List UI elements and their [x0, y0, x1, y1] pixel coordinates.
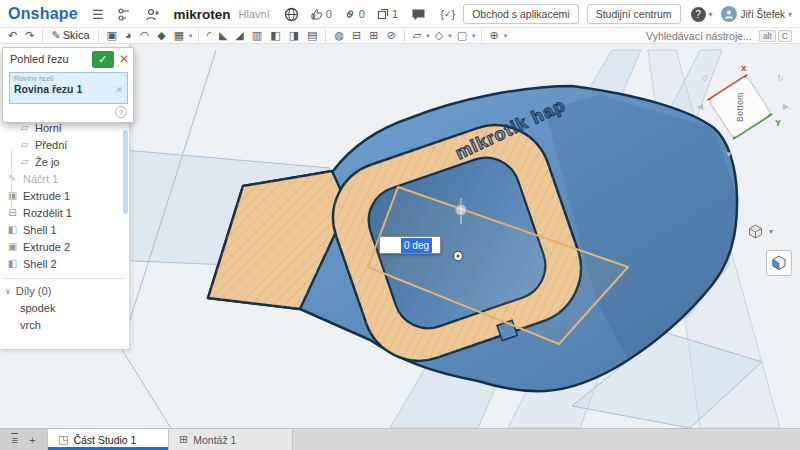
featurescript-icon[interactable]: {✓} [440, 8, 455, 20]
draft-icon[interactable]: ◢ [231, 30, 247, 41]
tree-item-extrude2[interactable]: ▣ Extrude 2 [0, 238, 129, 255]
extrude-icon: ▣ [6, 190, 19, 201]
thumbs-up-icon [311, 8, 323, 20]
dialog-help-icon[interactable]: ? [115, 106, 127, 118]
boolean-icon[interactable]: ◍ [330, 30, 348, 41]
plane-icon: ▱ [18, 122, 31, 133]
copies-stat[interactable]: 1 [377, 8, 398, 20]
help-button[interactable]: ? [691, 7, 706, 22]
curve-icon[interactable]: ◇ [431, 30, 447, 41]
chevron-down-icon[interactable]: ▾ [503, 32, 509, 40]
delete-icon[interactable]: ⊘ [383, 30, 400, 41]
insert-icon[interactable]: ⊕ [486, 30, 503, 41]
tree-item-split1[interactable]: ⊟ Rozdělit 1 [0, 204, 129, 221]
learning-center-button[interactable]: Studijní centrum [587, 4, 681, 24]
tree-item-sketch1[interactable]: ✎ Náčrt 1 [0, 170, 129, 187]
sheet-metal-icon[interactable]: ▢ [453, 30, 471, 41]
sweep-icon[interactable]: ◠ [136, 30, 154, 41]
sketch-icon: ✎ [6, 173, 19, 184]
shell-icon[interactable]: ◧ [266, 30, 284, 41]
add-tab-button[interactable]: + [29, 434, 35, 446]
part-item-vrch[interactable]: vrch [0, 316, 129, 333]
tree-item-plane-custom[interactable]: ▱ Že jo [0, 153, 129, 170]
search-tools[interactable]: Vyhledávací nástroje... alt C [646, 30, 792, 42]
tab-part-studio[interactable]: ◳ Část Studio 1 [47, 429, 169, 450]
tab-manager-icon[interactable]: ≡ [11, 433, 17, 446]
link-icon [344, 8, 356, 20]
view-cube[interactable]: ◀ ▶ ▼ ↺ ↻ Bottom X Y [695, 68, 800, 178]
section-plane-field[interactable]: Roviny řezů Rovina řezu 1 ✕ [9, 72, 128, 104]
links-stat[interactable]: 0 [344, 8, 365, 20]
dialog-title: Pohled řezu [10, 53, 92, 65]
section-angle-input[interactable]: 0 deg [379, 236, 441, 254]
plane-icon: ▱ [18, 156, 31, 167]
angle-selected-text: 0 deg [401, 238, 432, 253]
studio-tab-bar: ≡ + ◳ Část Studio 1 ⊞ Montáž 1 [0, 428, 800, 450]
main-menu-icon[interactable]: ☰ [92, 7, 104, 22]
part-studio-icon: ◳ [58, 433, 68, 446]
extrude-icon: ▣ [6, 241, 19, 252]
shell-icon: ◧ [6, 258, 19, 269]
part-item-spodek[interactable]: spodek [0, 299, 129, 316]
pencil-icon: ✎ [51, 30, 60, 41]
shortcut-alt-key: alt [759, 30, 776, 42]
fillet-icon[interactable]: ◜ [203, 30, 215, 41]
rib-icon[interactable]: ▥ [248, 30, 266, 41]
split-icon[interactable]: ⊟ [348, 30, 365, 41]
redo-icon[interactable]: ↷ [21, 30, 38, 41]
workspace-name[interactable]: Hlavní [239, 8, 270, 20]
user-name[interactable]: Jiří Štefek [741, 9, 785, 20]
user-avatar[interactable] [721, 6, 737, 22]
chevron-down-icon[interactable]: ▾ [188, 32, 194, 40]
panel-scrollbar[interactable] [123, 130, 128, 214]
revolve-icon[interactable]: ◕ [121, 30, 136, 41]
confirm-button[interactable]: ✓ [92, 51, 114, 68]
field-label: Roviny řezů [14, 75, 123, 83]
comments-icon[interactable] [411, 8, 426, 21]
field-value: Rovina řezu 1 [14, 83, 123, 96]
mirror-icon[interactable]: ◨ [285, 30, 303, 41]
feature-toolbar: ↶ ↷ ✎ Skica ▣ ◕ ◠ ◆ ▦ ▾ ◜ ◣ ◢ ▥ ◧ ◨ ▤ ◍ … [0, 28, 800, 44]
assembly-icon: ⊞ [179, 433, 188, 446]
document-title[interactable]: mikroten [174, 7, 231, 22]
section-view-button[interactable] [766, 250, 792, 276]
app-header: Onshape ☰ mikroten Hlavní 0 0 1 {✓} O [0, 0, 800, 28]
follow-user-icon[interactable] [146, 8, 160, 21]
close-button[interactable]: ✕ [119, 52, 129, 66]
tree-item-shell2[interactable]: ◧ Shell 2 [0, 255, 129, 272]
section-view-dialog: Pohled řezu ✓ ✕ Roviny řezů Rovina řezu … [2, 47, 134, 123]
plane-icon: ▱ [18, 139, 31, 150]
chevron-down-icon[interactable]: ▾ [471, 32, 477, 40]
tree-item-shell1[interactable]: ◧ Shell 1 [0, 221, 129, 238]
tree-item-plane-front[interactable]: ▱ Přední [0, 136, 129, 153]
loft-icon[interactable]: ◆ [153, 30, 169, 41]
split-icon: ⊟ [6, 207, 19, 218]
rotate-handle[interactable] [456, 205, 467, 216]
sketch-button[interactable]: ✎ Skica [47, 30, 93, 41]
share-globe-icon[interactable] [284, 7, 299, 22]
pattern-icon[interactable]: ▤ [303, 30, 321, 41]
undo-icon[interactable]: ↶ [4, 30, 21, 41]
chevron-down-icon: ▾ [769, 227, 773, 236]
likes-stat[interactable]: 0 [311, 8, 332, 20]
shortcut-c-key: C [778, 30, 792, 42]
cube-icon [748, 224, 763, 239]
thicken-icon[interactable]: ▦ [170, 30, 188, 41]
app-store-button[interactable]: Obchod s aplikacemi [463, 4, 578, 24]
chamfer-icon[interactable]: ◣ [215, 30, 231, 41]
axis-y-label: Y [775, 118, 781, 128]
remove-selection-icon[interactable]: ✕ [115, 85, 123, 95]
parts-section-header[interactable]: ∨ Díly (0) [0, 283, 129, 299]
help-caret-icon: ▾ [709, 10, 713, 19]
axis-x-label: X [741, 64, 746, 73]
version-tree-icon[interactable] [118, 8, 132, 21]
tree-item-extrude1[interactable]: ▣ Extrude 1 [0, 187, 129, 204]
section-view-icon [771, 255, 787, 271]
search-tools-placeholder: Vyhledávací nástroje... [646, 30, 752, 42]
tab-assembly[interactable]: ⊞ Montáž 1 [169, 429, 293, 450]
view-options-menu[interactable]: ▾ [748, 224, 773, 239]
extrude-icon[interactable]: ▣ [103, 30, 121, 41]
surface-icon[interactable]: ▱ [409, 30, 425, 41]
onshape-logo[interactable]: Onshape [8, 5, 78, 23]
transform-icon[interactable]: ⊞ [365, 30, 382, 41]
